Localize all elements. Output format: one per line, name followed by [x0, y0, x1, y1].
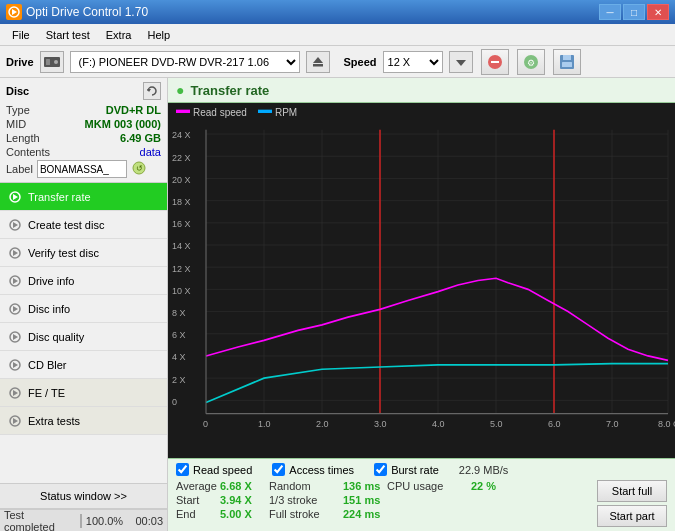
- svg-rect-13: [563, 55, 571, 60]
- status-window-button[interactable]: Status window >>: [0, 483, 167, 509]
- speed-select[interactable]: 12 X: [383, 51, 443, 73]
- title-controls: ─ □ ✕: [599, 4, 669, 20]
- nav-item-disc-quality-label: Disc quality: [28, 331, 84, 343]
- disc-length-value: 6.49 GB: [120, 132, 161, 144]
- disc-quality-icon: [8, 330, 22, 344]
- svg-text:6 X: 6 X: [172, 329, 186, 341]
- menu-extra[interactable]: Extra: [98, 27, 140, 43]
- nav-item-verify-test-disc-label: Verify test disc: [28, 247, 99, 259]
- nav-item-fe-te-label: FE / TE: [28, 387, 65, 399]
- disc-length-label: Length: [6, 132, 40, 144]
- avg-value: 6.68 X: [220, 480, 265, 492]
- drive-select[interactable]: (F:) PIONEER DVD-RW DVR-217 1.06: [70, 51, 300, 73]
- svg-text:8.0 GB: 8.0 GB: [658, 417, 675, 429]
- nav-items: Transfer rate Create test disc Verify te…: [0, 183, 167, 483]
- stats-col-1: Average 6.68 X Random 136 ms CPU usage 2…: [176, 480, 593, 527]
- disc-type-value: DVD+R DL: [106, 104, 161, 116]
- svg-text:18 X: 18 X: [172, 196, 191, 208]
- svg-text:Read speed: Read speed: [193, 106, 247, 119]
- erase-button[interactable]: [481, 49, 509, 75]
- svg-text:6.0: 6.0: [548, 417, 561, 429]
- nav-item-disc-info[interactable]: Disc info: [0, 295, 167, 323]
- menu-help[interactable]: Help: [139, 27, 178, 43]
- read-speed-check-label: Read speed: [193, 464, 252, 476]
- test-bar: Test completed 100.0% 00:03: [0, 509, 167, 531]
- svg-text:0: 0: [172, 395, 177, 407]
- svg-marker-7: [456, 60, 466, 66]
- svg-text:7.0: 7.0: [606, 417, 619, 429]
- drive-label: Drive: [6, 56, 34, 68]
- access-times-check-label: Access times: [289, 464, 354, 476]
- nav-item-extra-tests[interactable]: Extra tests: [0, 407, 167, 435]
- svg-marker-25: [13, 278, 18, 284]
- save-button[interactable]: [553, 49, 581, 75]
- disc-label-icon[interactable]: ↺: [131, 160, 147, 178]
- disc-label-input[interactable]: [37, 160, 127, 178]
- svg-marker-35: [13, 418, 18, 424]
- tools-button[interactable]: ⚙: [517, 49, 545, 75]
- svg-marker-1: [12, 9, 17, 15]
- drive-info-icon: [8, 274, 22, 288]
- access-times-checkbox[interactable]: [272, 463, 285, 476]
- menu-file[interactable]: File: [4, 27, 38, 43]
- start-part-button[interactable]: Start part: [597, 505, 667, 527]
- onethird-value: 151 ms: [343, 494, 383, 506]
- burst-rate-value-label: 22.9 MB/s: [459, 464, 509, 476]
- nav-item-verify-test-disc[interactable]: Verify test disc: [0, 239, 167, 267]
- nav-item-fe-te[interactable]: FE / TE: [0, 379, 167, 407]
- read-speed-checkbox[interactable]: [176, 463, 189, 476]
- burst-rate-check-item: Burst rate: [374, 463, 439, 476]
- svg-text:RPM: RPM: [275, 106, 297, 119]
- create-test-disc-icon: [8, 218, 22, 232]
- close-button[interactable]: ✕: [647, 4, 669, 20]
- svg-rect-14: [562, 62, 572, 67]
- progress-percentage: 100.0%: [86, 515, 123, 527]
- main-layout: Disc Type DVD+R DL MID MKM 003 (000) Len…: [0, 78, 675, 531]
- burst-rate-checkbox[interactable]: [374, 463, 387, 476]
- eject-button[interactable]: [306, 51, 330, 73]
- svg-text:10 X: 10 X: [172, 284, 191, 296]
- chart-header: ● Transfer rate: [168, 78, 675, 103]
- disc-length-row: Length 6.49 GB: [6, 132, 161, 144]
- disc-contents-label: Contents: [6, 146, 50, 158]
- svg-text:⚙: ⚙: [527, 58, 535, 68]
- nav-item-drive-info[interactable]: Drive info: [0, 267, 167, 295]
- disc-label-label: Label: [6, 163, 33, 175]
- maximize-button[interactable]: □: [623, 4, 645, 20]
- svg-marker-31: [13, 362, 18, 368]
- disc-section: Disc Type DVD+R DL MID MKM 003 (000) Len…: [0, 78, 167, 183]
- stats-avg-row: Average 6.68 X Random 136 ms CPU usage 2…: [176, 480, 593, 492]
- nav-item-extra-tests-label: Extra tests: [28, 415, 80, 427]
- title-bar: Opti Drive Control 1.70 ─ □ ✕: [0, 0, 675, 24]
- stats-end-row: End 5.00 X Full stroke 224 ms: [176, 508, 593, 520]
- svg-text:3.0: 3.0: [374, 417, 387, 429]
- disc-contents-row: Contents data: [6, 146, 161, 158]
- menu-bar: File Start test Extra Help: [0, 24, 675, 46]
- svg-text:12 X: 12 X: [172, 262, 191, 274]
- disc-label-row: Label ↺: [6, 160, 161, 178]
- right-panel: ● Transfer rate Read speed RPM 24 X 22 X…: [168, 78, 675, 531]
- progress-bar-container: [80, 514, 82, 528]
- nav-item-transfer-rate[interactable]: Transfer rate: [0, 183, 167, 211]
- verify-test-disc-icon: [8, 246, 22, 260]
- speed-arrow-button[interactable]: [449, 51, 473, 73]
- svg-text:↺: ↺: [135, 164, 142, 173]
- chart-area: Read speed RPM 24 X 22 X 20 X 18 X 16 X …: [168, 103, 675, 458]
- svg-marker-21: [13, 222, 18, 228]
- nav-item-disc-quality[interactable]: Disc quality: [0, 323, 167, 351]
- menu-start-test[interactable]: Start test: [38, 27, 98, 43]
- nav-item-cd-bler[interactable]: CD Bler: [0, 351, 167, 379]
- disc-refresh-button[interactable]: [143, 82, 161, 100]
- svg-marker-5: [313, 57, 323, 63]
- nav-item-transfer-rate-label: Transfer rate: [28, 191, 91, 203]
- start-full-button[interactable]: Start full: [597, 480, 667, 502]
- disc-type-label: Type: [6, 104, 30, 116]
- left-panel: Disc Type DVD+R DL MID MKM 003 (000) Len…: [0, 78, 168, 531]
- cd-bler-icon: [8, 358, 22, 372]
- nav-item-drive-info-label: Drive info: [28, 275, 74, 287]
- disc-type-row: Type DVD+R DL: [6, 104, 161, 116]
- end-label: End: [176, 508, 216, 520]
- minimize-button[interactable]: ─: [599, 4, 621, 20]
- nav-item-create-test-disc[interactable]: Create test disc: [0, 211, 167, 239]
- svg-point-4: [54, 60, 58, 64]
